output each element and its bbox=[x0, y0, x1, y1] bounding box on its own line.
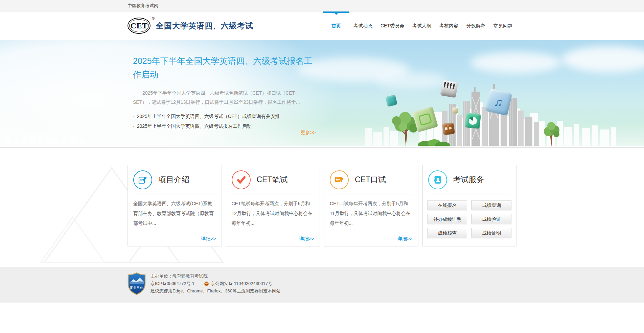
online-registration-button[interactable]: 在线报名 bbox=[428, 200, 467, 210]
nav-item-exam-syllabus[interactable]: 考试大纲 bbox=[408, 11, 435, 40]
score-verification-button[interactable]: 成绩验证 bbox=[472, 214, 511, 224]
detail-link[interactable]: 详细>> bbox=[397, 236, 412, 242]
registered-mark: ® bbox=[152, 16, 155, 20]
cet-oval-logo-icon: CET ® bbox=[128, 18, 151, 34]
contact-book-icon bbox=[428, 170, 447, 189]
card-project-intro: 项目介绍 全国大学英语四、六级考试(CET)系教育部主办、教育部教育考试院（原教… bbox=[128, 165, 222, 246]
police-badge-icon bbox=[204, 281, 209, 286]
nav-item-score-explanation[interactable]: 分数解释 bbox=[462, 11, 489, 40]
card-cet-oral-test: CET口试 CET口试每年开考两次，分别于5月和11月举行，具体考试时间我中心将… bbox=[324, 165, 418, 246]
header: CET ® 全国大学英语四、六级考试 首页 考试动态 CET委员会 考试大纲 考… bbox=[0, 11, 644, 40]
hero-news-list: 2025年上半年全国大学英语四、六级考试（CET）成绩查询有关安排 2025年上… bbox=[133, 112, 516, 131]
score-query-button[interactable]: 成绩查询 bbox=[472, 200, 511, 210]
news-item[interactable]: 2025年上半年全国大学英语四、六级考试（CET）成绩查询有关安排 bbox=[133, 112, 516, 121]
card-title: 项目介绍 bbox=[158, 174, 189, 185]
topbar-site-link[interactable]: 中国教育考试网 bbox=[128, 3, 158, 9]
main-nav: 首页 考试动态 CET委员会 考试大纲 考核内容 分数解释 常见问题 bbox=[323, 11, 516, 40]
news-item[interactable]: 2025年上半年全国大学英语四、六级考试报名工作启动 bbox=[133, 121, 516, 131]
card-body: 全国大学英语四、六级考试(CET)系教育部主办、教育部教育考试院（原教育部考试中… bbox=[128, 194, 222, 228]
cards-section: 项目介绍 全国大学英语四、六级考试(CET)系教育部主办、教育部教育考试院（原教… bbox=[0, 148, 644, 267]
footer-browser-tip: 建议您使用Edge、Chrome、Firefox、360等主流浏览器浏览本网站 bbox=[151, 287, 281, 295]
score-certificate-button[interactable]: 成绩证明 bbox=[472, 228, 511, 238]
topbar: 中国教育考试网 bbox=[0, 0, 644, 11]
logo[interactable]: CET ® 全国大学英语四、六级考试 bbox=[128, 18, 253, 34]
detail-link[interactable]: 详细>> bbox=[299, 236, 314, 242]
nav-item-cet-committee[interactable]: CET委员会 bbox=[376, 11, 408, 40]
service-button-grid: 在线报名 成绩查询 补办成绩证明 成绩验证 成绩核查 成绩证明 bbox=[423, 194, 516, 238]
hero-banner: ♫ 2025年下半年全国大学英语四、六级考试报名工作启动 2025年下半年全国大… bbox=[0, 40, 644, 148]
score-recheck-button[interactable]: 成绩核查 bbox=[428, 228, 467, 238]
hero-summary: 2025年下半年全国大学英语四、六级考试包括笔试（CET）和口试（CET-SET… bbox=[133, 89, 305, 107]
hero-headline-link[interactable]: 2025年下半年全国大学英语四、六级考试报名工作启动 bbox=[133, 54, 317, 81]
badge-label: 事业单位 bbox=[128, 286, 146, 290]
footer-organizer: 主办单位：教育部教育考试院 bbox=[151, 272, 281, 280]
card-exam-services: 考试服务 在线报名 成绩查询 补办成绩证明 成绩验证 成绩核查 成绩证明 bbox=[422, 165, 517, 246]
card-cet-written-test: CET笔试 CET笔试每年开考两次，分别于6月和12月举行，具体考试时间我中心将… bbox=[226, 165, 320, 246]
checkmark-icon bbox=[232, 170, 251, 189]
nav-item-home[interactable]: 首页 bbox=[323, 11, 349, 40]
document-pencil-icon bbox=[133, 170, 152, 189]
detail-link[interactable]: 详细>> bbox=[201, 236, 216, 242]
footer-icp: 京ICP备05064772号-1 bbox=[151, 280, 194, 287]
reissue-score-certificate-button[interactable]: 补办成绩证明 bbox=[428, 214, 467, 224]
browser-pencil-icon bbox=[330, 170, 349, 189]
nav-item-faq[interactable]: 常见问题 bbox=[489, 11, 516, 40]
card-body: CET笔试每年开考两次，分别于6月和12月举行，具体考试时间我中心将会在每年年初… bbox=[226, 194, 320, 228]
logo-text: CET bbox=[131, 21, 148, 30]
page-title: 全国大学英语四、六级考试 bbox=[156, 21, 253, 31]
more-link[interactable]: 更多>> bbox=[301, 130, 316, 136]
footer-police-record: 京公网安备 11040202430017号 bbox=[211, 280, 272, 287]
nav-item-assessment-content[interactable]: 考核内容 bbox=[435, 11, 462, 40]
nav-item-exam-news[interactable]: 考试动态 bbox=[349, 11, 376, 40]
card-title: CET口试 bbox=[355, 174, 386, 185]
card-body: CET口试每年开考两次，分别于5月和11月举行，具体考试时间我中心将会在每年年初… bbox=[324, 194, 418, 228]
institution-shield-icon[interactable]: 事业单位 bbox=[128, 272, 146, 295]
card-title: CET笔试 bbox=[257, 174, 288, 185]
footer: 事业单位 主办单位：教育部教育考试院 京ICP备05064772号-1 京公网安… bbox=[0, 267, 644, 303]
card-title: 考试服务 bbox=[453, 174, 484, 185]
